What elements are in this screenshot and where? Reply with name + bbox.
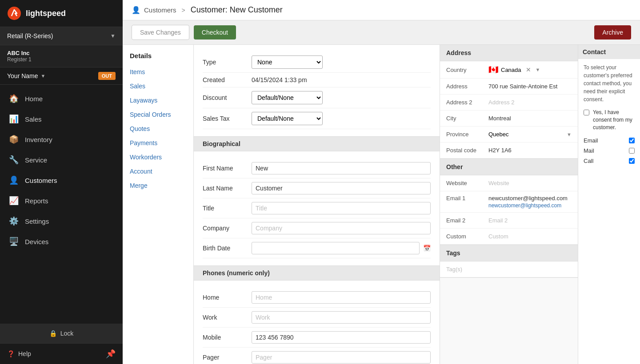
company-input[interactable] <box>252 222 431 234</box>
discount-row: Discount Default/None <box>203 87 431 108</box>
customers-icon: 👤 <box>9 175 19 185</box>
work-input[interactable] <box>252 311 431 324</box>
email1-link[interactable]: newcustomer@lightspeed.com <box>488 202 561 209</box>
outer-content: Details Items Sales Layaways Special Ord… <box>123 45 640 364</box>
website-input[interactable] <box>488 180 572 186</box>
store-dropdown-arrow: ▼ <box>110 33 116 39</box>
birth-date-input[interactable] <box>252 242 420 254</box>
breadcrumb-current: Customer: New Customer <box>191 5 283 15</box>
created-label: Created <box>203 76 252 83</box>
sidebar-item-home[interactable]: 🏠 Home <box>0 88 123 109</box>
reports-icon: 📈 <box>9 196 19 206</box>
help-label: Help <box>18 350 31 357</box>
sidebar-item-service[interactable]: 🔧 Service <box>0 150 123 170</box>
custom-input[interactable] <box>488 233 572 240</box>
email-method-checkbox[interactable] <box>629 138 635 143</box>
sales-tax-row: Sales Tax Default/None <box>203 108 431 129</box>
sales-tax-select[interactable]: Default/None <box>252 112 323 125</box>
details-link-payments[interactable]: Payments <box>123 136 193 150</box>
details-link-account[interactable]: Account <box>123 164 193 178</box>
phones-section: Home Work Mobile Pager Fax <box>194 281 440 364</box>
user-name: Your Name ▼ <box>7 72 45 79</box>
details-link-sales[interactable]: Sales <box>123 79 193 93</box>
breadcrumb-parent[interactable]: Customers <box>144 6 176 14</box>
right-panels: Address Country 🇨🇦 Canada ✕ ▼ Address 70… <box>440 45 578 364</box>
tags-row <box>440 261 578 277</box>
company-name: ABC Inc <box>7 50 116 56</box>
contact-header: Contact <box>578 45 640 59</box>
title-row: Title <box>203 198 431 218</box>
phones-header: Phones (numeric only) <box>194 265 440 281</box>
sidebar-item-devices[interactable]: 🖥️ Devices <box>0 231 123 252</box>
province-value: Quebec <box>488 131 509 138</box>
country-label: Country <box>446 67 488 73</box>
calendar-icon[interactable]: 📅 <box>423 245 431 252</box>
consent-row: Yes, I have consent from my customer. <box>584 109 635 131</box>
mail-method-row: Mail <box>584 146 635 156</box>
website-label: Website <box>446 180 488 186</box>
country-dropdown-arrow[interactable]: ▼ <box>536 67 540 72</box>
consent-checkbox[interactable] <box>584 110 589 115</box>
other-panel: Other Website Email 1 newcustomer@lights… <box>440 159 578 245</box>
type-select[interactable]: None <box>252 55 323 69</box>
details-link-layaways[interactable]: Layaways <box>123 93 193 107</box>
home-input[interactable] <box>252 291 431 304</box>
save-changes-button[interactable]: Save Changes <box>132 25 189 40</box>
consent-text: Yes, I have consent from my customer. <box>593 109 635 131</box>
details-link-merge[interactable]: Merge <box>123 178 193 193</box>
checkout-button[interactable]: Checkout <box>194 25 236 40</box>
archive-button[interactable]: Archive <box>594 25 631 40</box>
province-dropdown-arrow[interactable]: ▼ <box>567 132 572 137</box>
title-input[interactable] <box>252 202 431 214</box>
birth-date-label: Birth Date <box>203 245 252 252</box>
sidebar-item-sales[interactable]: 📊 Sales <box>0 109 123 129</box>
country-clear-button[interactable]: ✕ <box>526 66 531 73</box>
sales-tax-label: Sales Tax <box>203 115 252 122</box>
biographical-section: First Name Last Name Title Company Birth… <box>194 151 440 265</box>
call-method-checkbox[interactable] <box>629 158 635 164</box>
settings-icon: ⚙️ <box>9 216 19 226</box>
email1-value: newcustomer@lightspeed.com <box>488 195 572 202</box>
details-link-items[interactable]: Items <box>123 65 193 79</box>
address2-input[interactable] <box>488 99 572 106</box>
details-link-quotes[interactable]: Quotes <box>123 122 193 136</box>
service-icon: 🔧 <box>9 155 19 165</box>
biographical-header: Biographical <box>194 136 440 151</box>
sidebar: lightspeed Retail (R-Series) ▼ ABC Inc R… <box>0 0 123 364</box>
lock-button[interactable]: 🔒 Lock <box>0 324 123 343</box>
type-row: Type None <box>203 52 431 73</box>
details-title: Details <box>123 52 193 65</box>
store-selector[interactable]: Retail (R-Series) ▼ <box>0 27 123 45</box>
pager-input[interactable] <box>252 351 431 364</box>
details-link-special-orders[interactable]: Special Orders <box>123 107 193 122</box>
tags-header: Tags <box>440 245 578 261</box>
country-select[interactable]: 🇨🇦 Canada ✕ ▼ <box>488 65 572 75</box>
tags-input[interactable] <box>446 266 572 273</box>
sidebar-item-label-reports: Reports <box>25 197 48 205</box>
email1-label: Email 1 <box>446 195 488 202</box>
user-dropdown-arrow: ▼ <box>41 73 46 79</box>
work-row: Work <box>203 308 431 328</box>
email2-input[interactable] <box>488 217 572 224</box>
help-button[interactable]: ❓ Help <box>7 350 31 357</box>
mobile-input[interactable] <box>252 331 431 344</box>
first-name-input[interactable] <box>252 162 431 174</box>
email-method-row: Email <box>584 135 635 146</box>
form-area: Type None Created 04/15/2024 1:33 pm Dis… <box>194 45 440 364</box>
city-value: Montreal <box>488 115 572 122</box>
sidebar-item-inventory[interactable]: 📦 Inventory <box>0 129 123 150</box>
discount-select[interactable]: Default/None <box>252 91 323 104</box>
mobile-label: Mobile <box>203 334 252 341</box>
svg-point-0 <box>8 7 21 20</box>
details-link-workorders[interactable]: Workorders <box>123 150 193 164</box>
home-icon: 🏠 <box>9 94 19 103</box>
topbar: 👤 Customers > Customer: New Customer <box>123 0 640 20</box>
tags-panel: Tags <box>440 245 578 278</box>
mail-method-checkbox[interactable] <box>629 148 635 154</box>
sidebar-item-reports[interactable]: 📈 Reports <box>0 190 123 211</box>
sidebar-item-settings[interactable]: ⚙️ Settings <box>0 211 123 231</box>
sidebar-item-customers[interactable]: 👤 Customers <box>0 170 123 190</box>
status-badge: OUT <box>98 72 116 80</box>
last-name-input[interactable] <box>252 182 431 194</box>
lock-label: Lock <box>60 330 74 337</box>
